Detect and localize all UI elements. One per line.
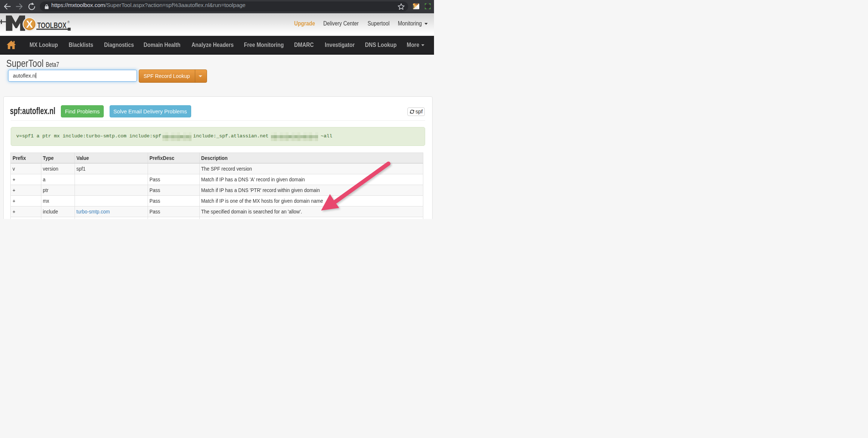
svg-text:TOOLBOX: TOOLBOX xyxy=(37,21,66,30)
svg-text:®: ® xyxy=(68,20,70,24)
svg-text:X: X xyxy=(26,19,33,30)
